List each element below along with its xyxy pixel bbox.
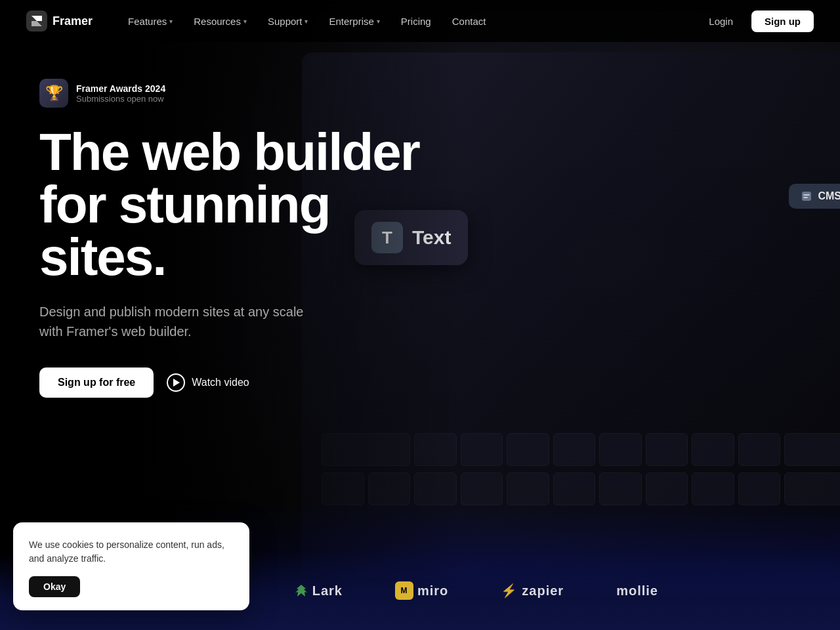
logo-zapier: ⚡ zapier [501, 583, 564, 598]
logo-miro: M miro [395, 581, 448, 600]
award-icon: 🏆 [39, 79, 68, 108]
logo-mollie: mollie [616, 583, 658, 598]
award-text: Framer Awards 2024 Submissions open now [76, 83, 165, 104]
nav-links: Features ▾ Resources ▾ Support ▾ Enterpr… [119, 10, 698, 32]
hero-heading: The web builder for stunning sites. [39, 126, 459, 284]
ui-cms-label: CMS [818, 190, 840, 202]
framer-logo-icon [26, 10, 47, 32]
login-button[interactable]: Login [698, 10, 744, 32]
main-nav: Framer Features ▾ Resources ▾ Support ▾ … [0, 0, 840, 42]
nav-resources[interactable]: Resources ▾ [184, 10, 256, 32]
nav-enterprise[interactable]: Enterprise ▾ [320, 10, 388, 32]
cookie-text: We use cookies to personalize content, r… [29, 538, 234, 566]
nav-contact[interactable]: Contact [443, 10, 495, 32]
nav-features[interactable]: Features ▾ [119, 10, 182, 32]
resources-chevron-icon: ▾ [243, 18, 247, 25]
cookie-banner: We use cookies to personalize content, r… [13, 522, 249, 610]
play-triangle [173, 379, 180, 387]
signup-button[interactable]: Sign up [751, 10, 814, 32]
lark-icon [294, 583, 308, 598]
svg-rect-1 [802, 192, 811, 201]
hero-heading-line2: for stunning sites. [39, 175, 330, 286]
enterprise-chevron-icon: ▾ [377, 18, 380, 25]
award-badge: 🏆 Framer Awards 2024 Submissions open no… [39, 79, 459, 108]
cta-signup-button[interactable]: Sign up for free [39, 368, 154, 398]
hero-heading-line1: The web builder [39, 123, 419, 181]
play-icon [167, 373, 185, 392]
watch-video-button[interactable]: Watch video [167, 373, 249, 392]
miro-icon: M [395, 581, 413, 600]
hero-subtext: Design and publish modern sites at any s… [39, 302, 315, 341]
award-title: Framer Awards 2024 [76, 83, 165, 94]
logo-link[interactable]: Framer [26, 10, 93, 32]
hero-content: 🏆 Framer Awards 2024 Submissions open no… [39, 79, 459, 398]
award-subtitle: Submissions open now [76, 94, 165, 104]
support-chevron-icon: ▾ [304, 18, 308, 25]
nav-support[interactable]: Support ▾ [259, 10, 318, 32]
nav-pricing[interactable]: Pricing [392, 10, 440, 32]
watch-video-label: Watch video [192, 377, 249, 388]
nav-right: Login Sign up [698, 10, 814, 32]
logo-text: Framer [52, 14, 93, 28]
cookie-okay-button[interactable]: Okay [29, 576, 80, 597]
features-chevron-icon: ▾ [169, 18, 173, 25]
logo-lark: Lark [294, 583, 343, 598]
hero-actions: Sign up for free Watch video [39, 368, 459, 398]
